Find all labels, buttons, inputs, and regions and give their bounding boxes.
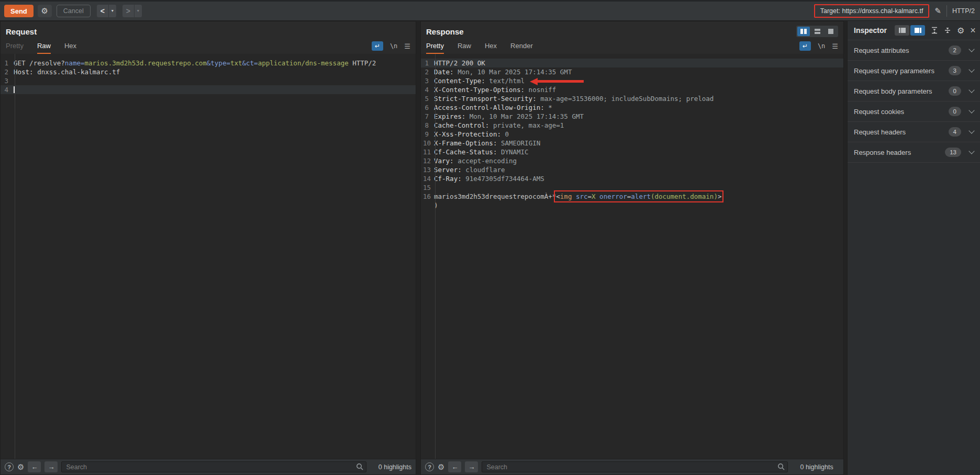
code-line[interactable]: 5Strict-Transport-Security: max-age=3153… xyxy=(421,94,843,103)
code-line[interactable]: 7Expires: Mon, 10 Mar 2025 17:14:35 GMT xyxy=(421,112,843,121)
http-version-selector[interactable]: HTTP/2 xyxy=(952,7,975,15)
show-newlines-toggle[interactable]: \n xyxy=(818,42,825,50)
code-line[interactable]: 4X-Content-Type-Options: nosniff xyxy=(421,85,843,94)
collapse-all-button[interactable] xyxy=(944,27,951,34)
inspector-section-request-cookies[interactable]: Request cookies0 xyxy=(848,101,980,122)
code-line[interactable]: 1GET /resolve?name=marios.3md2h53d.reque… xyxy=(1,59,416,67)
code-token: Vary: xyxy=(434,157,454,165)
layout-single-button[interactable] xyxy=(825,27,837,36)
code-line[interactable]: 14Cf-Ray: 91e47305df734464-AMS xyxy=(421,174,843,183)
search-next-button[interactable]: → xyxy=(44,461,58,472)
count-badge: 0 xyxy=(949,86,961,96)
editor-menu-button[interactable]: ☰ xyxy=(404,42,410,50)
line-number: 2 xyxy=(423,67,434,76)
response-editor[interactable]: 1HTTP/2 200 OK2Date: Mon, 10 Mar 2025 17… xyxy=(421,54,843,459)
inspector-section-label: Request cookies xyxy=(854,108,904,116)
code-token: &ct= xyxy=(242,59,258,67)
request-tab-hex[interactable]: Hex xyxy=(64,42,76,54)
search-settings-button[interactable]: ⚙ xyxy=(438,462,444,472)
send-settings-button[interactable]: ⚙ xyxy=(38,5,52,17)
code-line[interactable]: 16marios3md2h53drequestrepocomÀ+*<img sr… xyxy=(421,192,843,201)
inspector-section-request-headers[interactable]: Request headers4 xyxy=(848,122,980,142)
inspector-close-button[interactable]: × xyxy=(970,26,976,35)
panel-splitter[interactable] xyxy=(416,21,420,475)
code-line[interactable]: 10X-Frame-Options: SAMEORIGIN xyxy=(421,139,843,148)
gear-icon: ⚙ xyxy=(41,6,48,16)
response-tabs: Pretty Raw Hex Render ↵ \n ☰ xyxy=(421,37,843,54)
layout-columns-button[interactable] xyxy=(797,27,810,36)
send-button[interactable]: Send xyxy=(4,5,34,17)
back-button[interactable]: < xyxy=(97,7,108,15)
code-token: src xyxy=(576,193,588,200)
code-token: Host: xyxy=(14,68,34,76)
red-arrow-annotation xyxy=(530,78,584,85)
word-wrap-toggle[interactable]: ↵ xyxy=(799,41,811,51)
code-line[interactable]: ) xyxy=(421,201,843,210)
inspector-dock-left-button[interactable] xyxy=(895,25,909,36)
code-token: name= xyxy=(65,59,85,67)
count-badge: 3 xyxy=(949,66,961,75)
inspector-section-request-body-parameters[interactable]: Request body parameters0 xyxy=(848,81,980,101)
request-tab-raw[interactable]: Raw xyxy=(37,42,51,54)
code-token: Cache-Control: xyxy=(434,121,489,129)
forward-button[interactable]: > xyxy=(122,7,134,15)
edit-target-button[interactable]: ✎ xyxy=(934,6,941,16)
code-line[interactable]: 15 xyxy=(421,183,843,192)
layout-rows-button[interactable] xyxy=(811,27,823,36)
search-input[interactable] xyxy=(482,461,788,472)
response-tab-render[interactable]: Render xyxy=(510,42,533,54)
code-line[interactable]: 1HTTP/2 200 OK xyxy=(421,59,843,67)
code-line[interactable]: 13Server: cloudflare xyxy=(421,165,843,174)
count-badge: 0 xyxy=(949,107,961,116)
inspector-settings-button[interactable]: ⚙ xyxy=(957,26,964,36)
code-token: Server: xyxy=(434,166,462,174)
search-help-button[interactable]: ? xyxy=(5,462,14,471)
request-editor[interactable]: 1GET /resolve?name=marios.3md2h53d.reque… xyxy=(1,54,416,459)
inspector-section-response-headers[interactable]: Response headers13 xyxy=(848,142,980,163)
word-wrap-icon: ↵ xyxy=(803,42,808,50)
code-token: HTTP/2 xyxy=(349,59,376,67)
code-line[interactable]: 4 xyxy=(1,85,416,94)
code-token: * xyxy=(544,104,552,111)
cancel-button[interactable]: Cancel xyxy=(57,5,91,17)
response-tab-hex[interactable]: Hex xyxy=(485,42,497,54)
line-number: 5 xyxy=(423,94,434,103)
code-token: HTTP/2 200 OK xyxy=(434,59,485,67)
code-line[interactable]: 12Vary: accept-encoding xyxy=(421,156,843,165)
code-line[interactable]: 2Host: dnxss.chal-kalmarc.tf xyxy=(1,67,416,76)
inspector-panel: Inspector ⚙ × Request attributes2Request… xyxy=(847,21,980,475)
code-token: (document.domain) xyxy=(651,193,718,200)
line-number: 7 xyxy=(423,112,434,121)
expand-all-button[interactable] xyxy=(931,27,938,34)
inspector-layout-toggle xyxy=(895,25,925,36)
search-input[interactable] xyxy=(61,461,366,472)
inspector-section-request-attributes[interactable]: Request attributes2 xyxy=(848,40,980,61)
search-next-button[interactable]: → xyxy=(465,461,478,472)
forward-dropdown[interactable]: ▾ xyxy=(134,5,142,17)
code-line[interactable]: 3Content-Type: text/html xyxy=(421,76,843,85)
search-help-button[interactable]: ? xyxy=(425,462,434,471)
code-line[interactable]: 8Cache-Control: private, max-age=1 xyxy=(421,121,843,130)
code-token: max-age=31536000; includeSubDomains; pre… xyxy=(537,95,714,103)
editor-menu-button[interactable]: ☰ xyxy=(832,42,838,50)
word-wrap-toggle[interactable]: ↵ xyxy=(372,41,383,51)
search-prev-button[interactable]: ← xyxy=(448,461,461,472)
search-settings-button[interactable]: ⚙ xyxy=(17,462,24,472)
code-token: cloudflare xyxy=(462,166,505,174)
inspector-section-request-query-parameters[interactable]: Request query parameters3 xyxy=(848,61,980,81)
request-tab-pretty[interactable]: Pretty xyxy=(6,42,24,54)
search-prev-button[interactable]: ← xyxy=(28,461,41,472)
code-line[interactable]: 3 xyxy=(1,76,416,85)
code-line[interactable]: 6Access-Control-Allow-Origin: * xyxy=(421,103,843,112)
show-newlines-toggle[interactable]: \n xyxy=(390,42,397,50)
code-line[interactable]: 2Date: Mon, 10 Mar 2025 17:14:35 GMT xyxy=(421,67,843,76)
code-line[interactable]: 11Cf-Cache-Status: DYNAMIC xyxy=(421,148,843,156)
inspector-dock-right-button[interactable] xyxy=(910,25,925,36)
code-token: Cf-Ray: xyxy=(434,175,462,183)
line-number: 4 xyxy=(3,85,14,94)
back-dropdown[interactable]: ▾ xyxy=(108,5,116,17)
response-tab-pretty[interactable]: Pretty xyxy=(426,42,444,54)
gear-icon: ⚙ xyxy=(17,462,24,471)
code-line[interactable]: 9X-Xss-Protection: 0 xyxy=(421,130,843,139)
response-tab-raw[interactable]: Raw xyxy=(458,42,471,54)
